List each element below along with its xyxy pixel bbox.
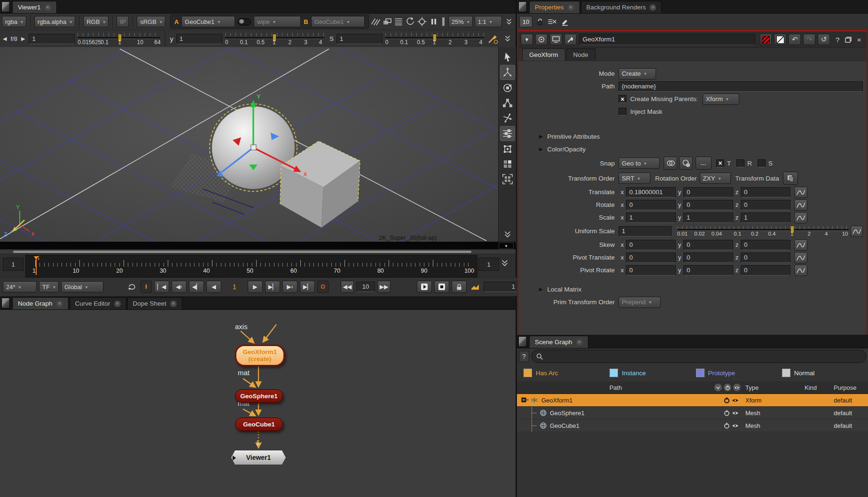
undo-icon[interactable]: ↶: [789, 34, 801, 45]
tab-node-graph[interactable]: Node Graph: [12, 297, 69, 309]
interface-color-swatch[interactable]: [774, 34, 786, 45]
chevrons-more-icon[interactable]: [504, 16, 514, 27]
panel-corner-icon[interactable]: [518, 336, 527, 347]
snap-geo-icon[interactable]: [664, 157, 677, 170]
node-geoxform1[interactable]: GeoXform1 (create): [235, 345, 285, 366]
snap-select[interactable]: Geo to: [618, 158, 660, 169]
activate-icon[interactable]: [724, 410, 730, 416]
ram-cache-icon[interactable]: [469, 281, 481, 292]
close-all-panels-icon[interactable]: [547, 18, 557, 25]
roi-icon[interactable]: [417, 16, 427, 27]
animation-curve-button[interactable]: [794, 265, 807, 276]
tab-viewer1[interactable]: Viewer1: [12, 1, 57, 13]
float-panel-icon[interactable]: [845, 37, 852, 43]
timeline-mode-select[interactable]: TF: [39, 281, 59, 292]
translate-y-field[interactable]: 0: [683, 187, 733, 197]
gamma-slider[interactable]: 0 0.1 0.5 1 2 3 4: [225, 32, 324, 46]
rotate-y-field[interactable]: 0: [683, 200, 733, 210]
tab-curve-editor[interactable]: Curve Editor: [70, 297, 126, 309]
search-input[interactable]: [532, 350, 866, 363]
goto-start-button[interactable]: ▏◀: [154, 281, 169, 293]
node-graph-canvas[interactable]: axis mat mat 1 GeoXform1 (create) GeoSph…: [0, 309, 516, 497]
gain-slider[interactable]: 0.015625 0.1 1 10 64: [78, 32, 160, 46]
animation-curve-button[interactable]: [794, 212, 807, 223]
handles-tool[interactable]: [500, 142, 515, 156]
wipe-mode-select[interactable]: wipe: [254, 16, 301, 27]
pivot-translate-z-field[interactable]: 0: [741, 252, 790, 263]
snap-more-button[interactable]: ...: [696, 157, 712, 170]
snap-each-frame-icon[interactable]: [679, 157, 693, 170]
close-icon[interactable]: [649, 4, 656, 11]
center-node-icon[interactable]: [535, 34, 547, 45]
in-point-button[interactable]: I: [141, 281, 152, 293]
prev-keyframe-button[interactable]: ◀‹: [172, 281, 187, 293]
goto-end-button[interactable]: ▶▏: [300, 281, 315, 293]
frame-increment-field[interactable]: 10: [356, 282, 375, 292]
pivot-translate-y-field[interactable]: 0: [683, 252, 733, 263]
pulldown-icon[interactable]: [499, 242, 514, 249]
zoom-select[interactable]: 25%: [448, 16, 473, 27]
eyedropper-icon[interactable]: [487, 33, 499, 45]
timeline-ruler[interactable]: 110 2030 4050 6070 8090 100 1: [25, 255, 477, 277]
jump-forward-button[interactable]: ▶▶: [377, 281, 391, 293]
pivot-rotate-x-field[interactable]: 0: [626, 265, 676, 276]
pivot-rotate-z-field[interactable]: 0: [741, 265, 790, 276]
fps-select[interactable]: 24*: [3, 281, 37, 292]
rotation-order-select[interactable]: ZXY: [700, 173, 731, 184]
prim-transform-order-select[interactable]: Prepend: [618, 297, 661, 308]
jump-back-button[interactable]: ◀◀: [341, 281, 354, 293]
transform-data-button[interactable]: [783, 172, 798, 185]
range-end-field[interactable]: 1: [478, 258, 499, 271]
path-field[interactable]: {nodename}: [618, 81, 863, 92]
step-back-button[interactable]: ◀▏: [189, 281, 204, 293]
skew-tool[interactable]: [500, 111, 515, 125]
scene-row-geosphere1[interactable]: GeoSphere1 Mesh default: [517, 407, 868, 419]
play-backward-button[interactable]: ◀: [206, 281, 221, 293]
animation-curve-button[interactable]: [851, 226, 863, 237]
close-icon[interactable]: [45, 4, 51, 11]
column-type[interactable]: Type: [745, 384, 805, 391]
mode-select[interactable]: Create: [618, 68, 656, 79]
node-viewer1[interactable]: Viewer1: [231, 450, 286, 465]
layer-stack-icon[interactable]: [394, 16, 404, 27]
tab-geoxform[interactable]: GeoXform: [522, 48, 565, 61]
column-purpose[interactable]: Purpose: [834, 384, 868, 391]
panel-corner-icon[interactable]: [1, 298, 10, 308]
create-missing-parents-select[interactable]: Xform: [703, 94, 739, 105]
wipe-overlay-icon[interactable]: [382, 16, 392, 27]
gain-prev-icon[interactable]: ◀: [2, 36, 8, 42]
chevrons-down-icon[interactable]: [500, 228, 515, 242]
disclosure-icon[interactable]: [539, 134, 543, 140]
gamma-input[interactable]: 1: [176, 34, 222, 44]
activate-icon[interactable]: [724, 397, 730, 403]
snap-scale-checkbox[interactable]: [758, 159, 766, 167]
close-panel-icon[interactable]: ×: [854, 36, 864, 44]
rotate-tool[interactable]: [500, 81, 515, 95]
chevrons-more-icon[interactable]: [502, 33, 514, 45]
visibility-icon[interactable]: [732, 423, 739, 428]
redo-icon[interactable]: ↷: [803, 34, 815, 45]
scale-y-field[interactable]: 1: [683, 213, 733, 223]
tab-node[interactable]: Node: [566, 48, 595, 61]
next-keyframe-button[interactable]: ▶›: [282, 281, 297, 293]
column-kind[interactable]: Kind: [805, 384, 834, 391]
transform-order-select[interactable]: SRT: [618, 173, 650, 184]
alpha-layer-select[interactable]: rgba.alpha: [34, 16, 75, 27]
layout-grid-tool[interactable]: [500, 157, 515, 171]
tab-properties[interactable]: Properties: [529, 1, 580, 13]
node-geocube1[interactable]: GeoCube1: [235, 418, 283, 431]
visibility-icon[interactable]: [732, 398, 739, 403]
revert-icon[interactable]: ↺: [818, 34, 830, 45]
b-input-select[interactable]: GeoCube1: [311, 16, 365, 27]
chevrons-down-icon[interactable]: [501, 260, 508, 267]
activate-icon[interactable]: [724, 422, 730, 429]
rotate-z-field[interactable]: 0: [741, 200, 790, 210]
rotate-x-field[interactable]: 0: [626, 200, 676, 210]
step-forward-button[interactable]: ▶▏: [265, 281, 280, 293]
lock-range-button[interactable]: [452, 281, 467, 293]
primitive-attributes-label[interactable]: Primitive Attributes: [547, 133, 600, 140]
translate-x-field[interactable]: 0.18000001: [626, 187, 676, 197]
playhead[interactable]: [36, 256, 37, 275]
close-icon[interactable]: [114, 300, 121, 307]
gain-next-icon[interactable]: ▶: [20, 36, 26, 42]
